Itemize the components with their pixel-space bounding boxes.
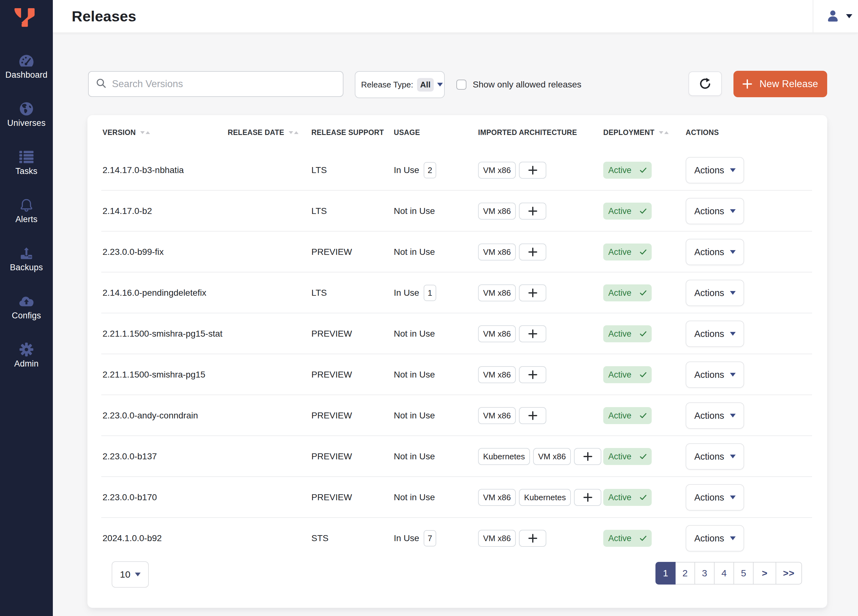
usage-cell: Not in Use (394, 329, 478, 339)
usage-label: Not in Use (394, 492, 435, 502)
release-support-cell: PREVIEW (311, 370, 352, 380)
column-header-deployment[interactable]: DEPLOYMENT (603, 128, 685, 137)
add-architecture-button[interactable] (519, 285, 546, 302)
sidebar-item-dashboard[interactable]: Dashboard (0, 42, 53, 90)
deployment-status-badge: Active (603, 489, 652, 506)
admin-gear-icon (19, 342, 34, 357)
usage-label: Not in Use (394, 370, 435, 380)
sidebar-item-admin[interactable]: Admin (0, 331, 53, 380)
deployment-status-badge: Active (603, 325, 652, 342)
sidebar-item-tasks[interactable]: Tasks (0, 139, 53, 187)
column-header-release-date[interactable]: RELEASE DATE (228, 128, 311, 137)
pagination-page-4[interactable]: 4 (714, 562, 734, 585)
usage-count-badge[interactable]: 1 (424, 285, 436, 301)
actions-caret-icon (730, 373, 736, 376)
sort-icons[interactable] (289, 131, 298, 134)
table-row: 2.14.17.0-b3-nbhatiaLTSIn Use2VM x86Acti… (87, 150, 827, 191)
actions-dropdown-button[interactable]: Actions (685, 443, 744, 470)
architecture-chip[interactable]: VM x86 (478, 202, 516, 219)
actions-caret-icon (730, 332, 736, 336)
add-architecture-button[interactable] (519, 407, 546, 424)
sidebar-item-configs[interactable]: Configs (0, 283, 53, 331)
actions-dropdown-button[interactable]: Actions (685, 484, 744, 510)
pagination-next-button[interactable]: > (753, 562, 776, 585)
version-cell: 2.23.0.0-b99-fix (103, 247, 164, 257)
pagination-page-2[interactable]: 2 (675, 562, 695, 585)
actions-dropdown-button[interactable]: Actions (685, 361, 744, 388)
usage-cell: Not in Use (394, 411, 478, 421)
check-icon (636, 249, 647, 255)
plus-icon (528, 370, 537, 379)
actions-dropdown-button[interactable]: Actions (685, 320, 744, 347)
add-architecture-button[interactable] (519, 202, 546, 219)
pagination-page-1[interactable]: 1 (656, 562, 676, 585)
releases-table-card: VERSION RELEASE DATE RELEASE SUPPORT USA… (87, 115, 827, 608)
actions-dropdown-button[interactable]: Actions (685, 198, 744, 224)
release-support-cell: LTS (311, 288, 327, 298)
new-release-button[interactable]: New Release (734, 71, 827, 97)
actions-dropdown-button[interactable]: Actions (685, 157, 744, 184)
architecture-chip[interactable]: Kubernetes (478, 448, 530, 465)
actions-label: Actions (694, 165, 724, 176)
architecture-chip[interactable]: VM x86 (478, 407, 516, 424)
architecture-chip[interactable]: VM x86 (478, 162, 516, 179)
sidebar-item-label: Tasks (16, 166, 37, 176)
add-architecture-button[interactable] (519, 244, 546, 260)
pagination-last-button[interactable]: >> (776, 562, 802, 585)
imported-architecture-cell: VM x86 (478, 244, 603, 260)
actions-dropdown-button[interactable]: Actions (685, 239, 744, 265)
add-architecture-button[interactable] (519, 366, 546, 383)
actions-dropdown-button[interactable]: Actions (685, 525, 744, 552)
imported-architecture-cell: VM x86 (478, 202, 603, 219)
imported-architecture-cell: VM x86 (478, 366, 603, 383)
sort-icons[interactable] (140, 131, 150, 134)
pagination-page-5[interactable]: 5 (734, 562, 754, 585)
add-architecture-button[interactable] (574, 448, 602, 465)
page-size-select[interactable]: 10 (112, 561, 149, 588)
usage-count-badge[interactable]: 2 (424, 162, 436, 178)
check-icon (636, 495, 647, 500)
architecture-chip[interactable]: VM x86 (478, 325, 516, 342)
architecture-chip[interactable]: Kubernetes (519, 489, 571, 506)
deployment-status-badge: Active (603, 448, 652, 465)
actions-dropdown-button[interactable]: Actions (685, 280, 744, 306)
add-architecture-button[interactable] (574, 489, 602, 506)
architecture-chip[interactable]: VM x86 (478, 489, 516, 506)
user-menu[interactable] (813, 9, 858, 23)
architecture-chip[interactable]: VM x86 (478, 244, 516, 260)
pagination-page-3[interactable]: 3 (695, 562, 715, 585)
architecture-chip[interactable]: VM x86 (478, 366, 516, 383)
add-architecture-button[interactable] (519, 162, 546, 179)
deployment-status-label: Active (608, 534, 631, 543)
sidebar-item-universes[interactable]: Universes (0, 90, 53, 139)
plus-icon (528, 207, 537, 216)
user-avatar-icon (827, 9, 839, 23)
sidebar-item-alerts[interactable]: Alerts (0, 187, 53, 235)
yugabyte-logo-icon[interactable] (14, 8, 34, 27)
search-input[interactable] (112, 78, 332, 90)
architecture-chip[interactable]: VM x86 (478, 530, 516, 547)
actions-dropdown-button[interactable]: Actions (685, 402, 744, 429)
release-type-filter[interactable]: Release Type: All (355, 71, 445, 98)
column-header-version[interactable]: VERSION (87, 128, 228, 137)
usage-label: In Use (394, 533, 419, 543)
actions-caret-icon (730, 454, 736, 458)
architecture-chip[interactable]: VM x86 (533, 448, 571, 465)
architecture-chip[interactable]: VM x86 (478, 285, 516, 302)
page-size-value: 10 (120, 569, 130, 580)
usage-count-badge[interactable]: 7 (424, 530, 436, 546)
check-icon (636, 372, 647, 378)
deployment-status-badge: Active (603, 244, 652, 260)
sidebar-item-backups[interactable]: Backups (0, 235, 53, 283)
refresh-button[interactable] (689, 72, 722, 96)
column-header-label: ACTIONS (685, 128, 719, 137)
show-only-allowed-checkbox[interactable] (456, 79, 466, 90)
add-architecture-button[interactable] (519, 325, 546, 342)
version-cell: 2.23.0.0-b137 (103, 451, 157, 461)
usage-label: In Use (394, 288, 419, 298)
sort-icons[interactable] (659, 131, 669, 134)
add-architecture-button[interactable] (519, 530, 546, 547)
column-header-label: VERSION (103, 128, 136, 137)
check-icon (636, 167, 647, 173)
imported-architecture-cell: VM x86Kubernetes (478, 489, 603, 506)
